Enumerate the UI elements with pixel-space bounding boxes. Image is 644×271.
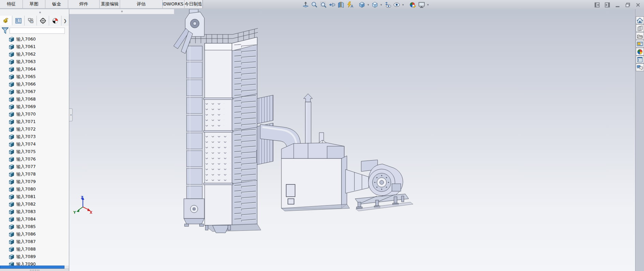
tab-displaymanager[interactable] [49, 16, 61, 26]
imported-body-icon [9, 164, 14, 170]
panel-grip[interactable] [39, 12, 41, 13]
ribbon-tab[interactable]: 钣金 [45, 0, 68, 8]
collapse-right-pane-button[interactable] [604, 2, 611, 8]
tree-item[interactable]: 输入7066 [0, 80, 69, 88]
graphics-viewport[interactable]: Z X Y [69, 9, 635, 271]
ribbon-tab[interactable]: 草图 [23, 0, 45, 8]
window-controls [594, 2, 641, 8]
apply-scene-dropdown[interactable]: ▾ [426, 3, 429, 6]
tree-item[interactable]: 输入7083 [0, 208, 69, 215]
task-pane-custom-properties-tab[interactable] [636, 56, 644, 63]
imported-body-icon [9, 119, 14, 125]
panel-collapse-tab[interactable]: ◂ [69, 108, 73, 121]
tab-dimxpertmanager[interactable] [37, 16, 49, 26]
ribbon-tab[interactable]: 特征 [0, 0, 23, 8]
imported-body-icon [9, 134, 14, 140]
tab-featuremanager-design-tree[interactable] [0, 16, 12, 26]
tree-item[interactable]: 输入7069 [0, 103, 69, 110]
splitter-grip-dots [30, 270, 40, 271]
tree-item-label: 输入7062 [16, 51, 36, 57]
tree-hscrollbar-thumb[interactable] [0, 266, 64, 269]
zoom-to-selection-icon[interactable] [319, 1, 327, 9]
ribbon-tab[interactable]: 评估 [120, 0, 163, 8]
tree-item-label: 输入7074 [16, 141, 36, 147]
display-style-icon[interactable] [371, 1, 379, 9]
ribbon-tab[interactable]: SOLIDWORKS 插件 [163, 0, 185, 8]
tree-item-label: 输入7069 [16, 104, 36, 110]
tree-item[interactable]: 输入7070 [0, 110, 69, 118]
tree-item[interactable]: 输入7085 [0, 223, 69, 230]
view-settings-icon[interactable] [393, 1, 400, 9]
view-orientation-dropdown[interactable]: ▾ [367, 3, 370, 6]
task-pane-home-tab[interactable] [636, 16, 644, 24]
tree-item[interactable]: 输入7067 [0, 88, 69, 95]
tab-configurationmanager[interactable] [25, 16, 37, 26]
task-pane-file-explorer-tab[interactable] [636, 32, 644, 40]
close-button[interactable] [635, 2, 641, 8]
zoom-to-area-icon[interactable] [310, 1, 318, 9]
triad-z-label: Z [81, 196, 83, 199]
tree-item[interactable]: 输入7071 [0, 118, 69, 125]
tree-item[interactable]: 输入7084 [0, 215, 69, 223]
tree-item[interactable]: 输入7063 [0, 58, 69, 65]
filter-funnel-icon [2, 27, 9, 34]
section-view-icon[interactable] [337, 1, 345, 9]
tree-item[interactable]: 输入7079 [0, 178, 69, 185]
tree-item[interactable]: 输入7075 [0, 148, 69, 155]
tree-item[interactable]: 输入7068 [0, 95, 69, 103]
tree-item[interactable]: 输入7074 [0, 140, 69, 148]
imported-body-icon [9, 126, 14, 132]
imported-body-icon [9, 96, 14, 102]
tree-item[interactable]: 输入7077 [0, 163, 69, 170]
tree-item-label: 输入7064 [16, 66, 36, 72]
restore-button[interactable] [625, 2, 631, 8]
annotations-icon[interactable]: A [346, 1, 354, 9]
collapse-left-pane-button[interactable] [594, 2, 600, 8]
tree-item[interactable]: 输入7087 [0, 238, 69, 245]
task-pane-design-library-tab[interactable] [636, 24, 644, 32]
task-pane-forum-tab[interactable] [636, 63, 644, 71]
tree-item[interactable]: 输入7089 [0, 253, 69, 260]
feature-tree: 输入7060 输入7061 输入7062 输入7063 输入7064 [0, 35, 69, 268]
tree-filter-input[interactable] [10, 28, 65, 34]
tree-item[interactable]: 输入7081 [0, 193, 69, 200]
hide-show-items-icon[interactable] [384, 1, 392, 9]
tree-item-label: 输入7065 [16, 74, 36, 80]
imported-body-icon [9, 104, 14, 110]
task-pane-appearances-tab[interactable] [636, 48, 644, 56]
tree-item[interactable]: 输入7061 [0, 43, 69, 50]
apply-scene-icon[interactable] [418, 1, 425, 9]
tree-item[interactable]: 输入7078 [0, 170, 69, 178]
panel-tabs-overflow-arrow[interactable]: ❯ [61, 16, 69, 26]
ribbon-tab[interactable]: 今日制造 [185, 0, 203, 8]
ribbon-tab[interactable]: 直接编辑 [100, 0, 120, 8]
tree-item-label: 输入7067 [16, 89, 36, 95]
tree-item[interactable]: 输入7072 [0, 125, 69, 133]
collapsed-toolbar-band [69, 9, 174, 14]
tree-item[interactable]: 输入7082 [0, 200, 69, 208]
tree-item[interactable]: 输入7073 [0, 133, 69, 140]
tree-item-label: 输入7066 [16, 81, 36, 87]
zoom-to-fit-icon[interactable] [302, 1, 309, 9]
view-orientation-icon[interactable] [358, 1, 366, 9]
tree-item[interactable]: 输入7064 [0, 65, 69, 73]
tree-item[interactable]: 输入7088 [0, 245, 69, 253]
toolbar-grip[interactable] [121, 11, 123, 12]
tree-item[interactable]: 输入7060 [0, 35, 69, 43]
tree-item[interactable]: 输入7062 [0, 50, 69, 58]
task-pane-view-palette-tab[interactable] [636, 40, 644, 48]
minimize-button[interactable] [614, 2, 621, 8]
view-settings-dropdown[interactable]: ▾ [401, 3, 405, 6]
previous-view-icon[interactable] [328, 1, 336, 9]
tab-propertymanager[interactable] [12, 16, 25, 26]
display-style-dropdown[interactable]: ▾ [380, 3, 383, 6]
tree-item[interactable]: 输入7065 [0, 73, 69, 80]
tree-item-label: 输入7087 [16, 239, 36, 245]
tree-item[interactable]: 输入7080 [0, 185, 69, 193]
tree-horizontal-scrollbar [0, 266, 69, 269]
panel-splitter[interactable] [0, 269, 69, 271]
tree-item[interactable]: 输入7086 [0, 230, 69, 238]
edit-appearance-icon[interactable] [409, 1, 416, 9]
ribbon-tab[interactable]: 焊件 [68, 0, 100, 8]
tree-item[interactable]: 输入7076 [0, 155, 69, 163]
